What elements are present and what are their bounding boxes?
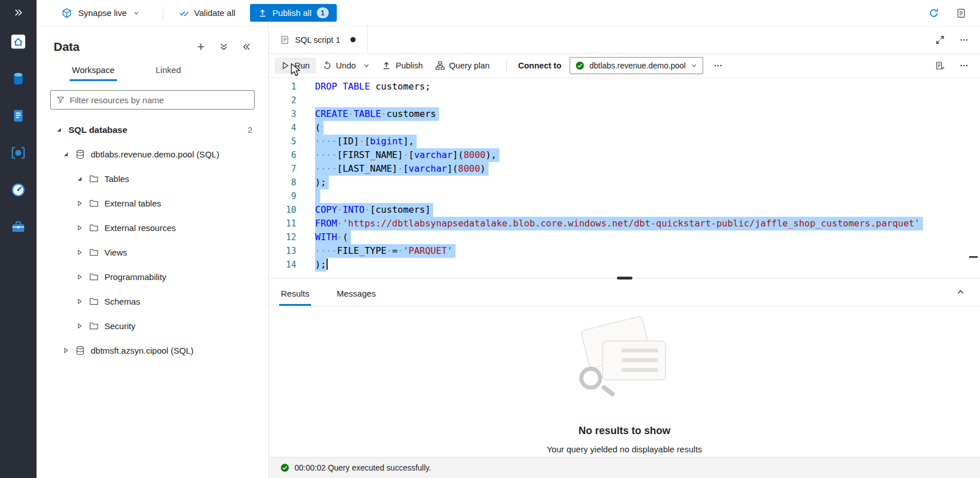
release-notes-icon[interactable] (956, 8, 966, 18)
code-line-9[interactable] (315, 189, 980, 203)
expand-arrow-icon[interactable] (75, 225, 83, 231)
folder-icon (89, 223, 99, 233)
folder-icon (89, 272, 99, 282)
run-button[interactable]: Run (275, 58, 316, 74)
editor-panel: SQL script 1 Run Undo (269, 26, 980, 478)
no-results-illustration (564, 321, 684, 408)
tree-item-tables[interactable]: Tables (37, 167, 268, 191)
code-line-5[interactable]: ····[ID]·[bigint], (315, 135, 980, 148)
tab-results-label: Results (281, 289, 309, 298)
run-icon (281, 61, 290, 70)
data-panel-header: Data (37, 26, 268, 55)
validate-all-button[interactable]: Validate all (174, 5, 241, 21)
tree-item-external-tables[interactable]: External tables (37, 191, 268, 216)
collapse-arrow-icon[interactable] (62, 151, 70, 157)
rail-integrate-button[interactable] (9, 143, 28, 163)
tree-item-dbtlabs-revenue-demo-pool-sql[interactable]: dbtlabs.revenue.demo.pool (SQL) (37, 142, 268, 167)
add-resource-button[interactable] (196, 42, 205, 51)
filter-input[interactable] (70, 95, 248, 105)
collapse-arrow-icon[interactable] (55, 127, 63, 133)
tree-item-schemas[interactable]: Schemas (37, 289, 268, 314)
expand-arrow-icon[interactable] (62, 347, 70, 354)
rail-home-button[interactable] (9, 32, 28, 51)
database-icon (75, 149, 85, 159)
collapse-results-icon[interactable] (956, 287, 965, 297)
data-panel-title: Data (54, 40, 80, 54)
publish-icon (382, 61, 391, 70)
tree-item-dbtmsft-azsyn-cipool-sql[interactable]: dbtmsft.azsyn.cipool (SQL) (37, 338, 268, 363)
publish-icon (258, 9, 267, 18)
editor-toolbar: Run Undo Publish Query p (269, 54, 980, 78)
tree-item-security[interactable]: Security (37, 314, 268, 338)
collapse-panel-icon[interactable] (242, 42, 251, 51)
overview-ruler-cursor-mark (969, 256, 978, 258)
tab-results[interactable]: Results (279, 289, 311, 306)
tab-linked[interactable]: Linked (154, 60, 183, 81)
expand-arrow-icon[interactable] (75, 200, 83, 206)
code-line-10[interactable]: COPY·INTO·[customers] (315, 203, 980, 217)
rail-develop-button[interactable] (9, 106, 28, 125)
tab-messages[interactable]: Messages (335, 289, 377, 306)
expand-arrow-icon[interactable] (75, 249, 83, 256)
tab-messages-label: Messages (337, 289, 376, 298)
rail-manage-button[interactable] (9, 217, 28, 237)
rail-data-button[interactable] (9, 69, 28, 88)
undo-button[interactable]: Undo (316, 58, 362, 74)
rail-monitor-button[interactable] (9, 180, 28, 200)
line-number: 3 (269, 107, 315, 121)
code-line-8[interactable]: ); (315, 176, 980, 189)
code-line-12[interactable]: WITH·( (315, 230, 980, 244)
code-line-13[interactable]: ····FILE_TYPE·=·'PARQUET' (315, 244, 980, 258)
line-number: 12 (269, 230, 315, 244)
toolbar-more-icon[interactable] (959, 61, 969, 70)
collapse-arrow-icon[interactable] (75, 176, 83, 182)
validate-all-label: Validate all (194, 8, 235, 18)
tabstrip-more-icon[interactable] (959, 35, 969, 44)
line-number: 14 (269, 258, 315, 272)
code-line-11[interactable]: FROM·'https://dbtlabsynapsedatalake.blob… (315, 217, 980, 230)
line-number: 8 (269, 176, 315, 189)
code-line-3[interactable]: CREATE·TABLE·customers (315, 107, 980, 121)
top-bar: Synapse live Validate all Publish all 1 (37, 0, 980, 26)
tab-sql-script-1[interactable]: SQL script 1 (269, 26, 368, 53)
tree-item-label: External tables (104, 199, 161, 208)
expand-sidebar-button[interactable] (0, 0, 37, 25)
expand-editor-icon[interactable] (935, 35, 945, 44)
expand-arrow-icon[interactable] (75, 274, 83, 280)
line-number: 9 (269, 189, 315, 203)
line-number: 7 (269, 162, 315, 176)
tree-item-programmability[interactable]: Programmability (37, 265, 268, 289)
expand-arrow-icon[interactable] (75, 298, 83, 305)
code-editor[interactable]: 1234567891011121314 DROP TABLE customers… (269, 78, 980, 278)
tab-workspace-label: Workspace (72, 65, 115, 75)
code-line-14[interactable]: ); (315, 258, 980, 272)
publish-button[interactable]: Publish (376, 58, 429, 74)
publish-all-button[interactable]: Publish all 1 (250, 4, 336, 22)
connect-more-icon[interactable] (713, 61, 723, 70)
magnifier-icon (579, 367, 602, 390)
code-line-7[interactable]: ····[LAST_NAME]·[varchar](8000) (315, 162, 980, 176)
refresh-icon[interactable] (929, 8, 939, 18)
tree-item-sql-database[interactable]: SQL database2 (37, 118, 268, 142)
code-line-4[interactable]: ( (315, 121, 980, 135)
tree-item-views[interactable]: Views (37, 240, 268, 265)
properties-icon[interactable] (935, 61, 945, 70)
line-number: 1 (269, 80, 315, 94)
undo-dropdown-button[interactable] (360, 59, 373, 72)
tree-item-external-resources[interactable]: External resources (37, 216, 268, 240)
unsaved-indicator (350, 37, 356, 42)
chevron-down-icon (691, 62, 697, 69)
data-panel-actions (196, 42, 251, 51)
left-nav-rail (0, 0, 37, 478)
code-line-6[interactable]: ····[FIRST_NAME]·[varchar](8000), (315, 148, 980, 162)
code-line-2[interactable] (315, 94, 980, 107)
pool-selector[interactable]: dbtlabs.revenue.demo.pool (570, 57, 704, 74)
workspace-switcher[interactable]: Synapse live (59, 5, 152, 22)
expand-all-icon[interactable] (219, 42, 228, 51)
tab-workspace[interactable]: Workspace (70, 60, 117, 81)
query-plan-button[interactable]: Query plan (429, 58, 496, 74)
tree-item-label: Tables (104, 174, 129, 184)
code-line-1[interactable]: DROP TABLE customers; (315, 80, 980, 94)
splitter-handle[interactable] (617, 277, 632, 279)
expand-arrow-icon[interactable] (75, 323, 83, 329)
